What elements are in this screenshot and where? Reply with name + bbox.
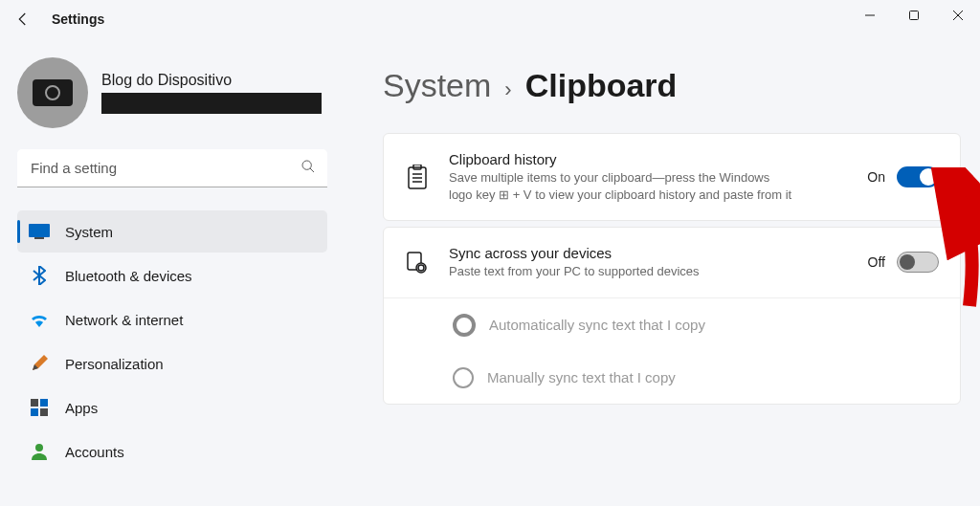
system-icon xyxy=(29,221,50,242)
window-title: Settings xyxy=(52,11,104,27)
radio-icon xyxy=(453,367,474,388)
card-description: Paste text from your PC to supported dev… xyxy=(449,263,793,280)
radio-icon xyxy=(453,314,476,337)
search-input[interactable] xyxy=(17,149,327,187)
person-icon xyxy=(29,441,50,462)
radio-auto-sync[interactable]: Automatically sync text that I copy xyxy=(384,298,960,352)
clipboard-icon xyxy=(405,165,430,189)
breadcrumb: System › Clipboard xyxy=(383,67,961,104)
profile-block[interactable]: Blog do Dispositivo xyxy=(17,57,327,128)
profile-name: Blog do Dispositivo xyxy=(101,72,322,89)
breadcrumb-root[interactable]: System xyxy=(383,67,491,104)
profile-email-redacted xyxy=(101,93,322,114)
svg-rect-5 xyxy=(34,237,44,239)
sidebar-item-apps[interactable]: Apps xyxy=(17,386,327,429)
back-button[interactable] xyxy=(8,4,38,34)
sidebar-item-personalization[interactable]: Personalization xyxy=(17,342,327,385)
card-title: Sync across your devices xyxy=(449,245,849,261)
sidebar-item-label: Apps xyxy=(65,400,98,416)
toggle-label: On xyxy=(867,169,885,185)
sidebar-item-accounts[interactable]: Accounts xyxy=(17,430,327,473)
sidebar-item-bluetooth[interactable]: Bluetooth & devices xyxy=(17,254,327,297)
svg-rect-7 xyxy=(40,399,48,407)
search-icon xyxy=(301,159,316,178)
minimize-button[interactable] xyxy=(848,0,892,31)
maximize-button[interactable] xyxy=(892,0,936,31)
bluetooth-icon xyxy=(29,265,50,286)
svg-point-3 xyxy=(302,161,311,169)
radio-label: Automatically sync text that I copy xyxy=(489,317,705,333)
radio-manual-sync[interactable]: Manually sync text that I copy xyxy=(384,352,960,404)
svg-rect-9 xyxy=(40,408,48,416)
sync-icon xyxy=(405,251,430,274)
card-sync-devices: Sync across your devices Paste text from… xyxy=(383,227,961,405)
sidebar-item-label: Bluetooth & devices xyxy=(65,268,192,284)
toggle-label: Off xyxy=(868,254,885,270)
clipboard-history-toggle[interactable] xyxy=(897,166,939,187)
sync-devices-toggle[interactable] xyxy=(897,252,939,273)
card-description: Save multiple items to your clipboard—pr… xyxy=(449,169,793,203)
svg-point-10 xyxy=(35,444,43,451)
sidebar-item-label: Network & internet xyxy=(65,312,183,328)
avatar xyxy=(17,57,88,128)
breadcrumb-leaf: Clipboard xyxy=(525,67,678,104)
card-title: Clipboard history xyxy=(449,151,848,167)
apps-icon xyxy=(29,397,50,418)
svg-rect-4 xyxy=(29,224,50,237)
svg-rect-8 xyxy=(31,408,38,416)
chevron-right-icon: › xyxy=(504,77,511,102)
sidebar-item-label: Personalization xyxy=(65,356,164,372)
sidebar-item-network[interactable]: Network & internet xyxy=(17,298,327,341)
sidebar-item-system[interactable]: System xyxy=(17,210,327,253)
brush-icon xyxy=(29,353,50,374)
radio-label: Manually sync text that I copy xyxy=(487,369,676,385)
svg-rect-1 xyxy=(33,79,73,106)
svg-rect-6 xyxy=(31,399,38,407)
card-clipboard-history: Clipboard history Save multiple items to… xyxy=(383,133,961,221)
svg-rect-0 xyxy=(910,11,919,20)
sidebar-item-label: System xyxy=(65,224,113,240)
close-button[interactable] xyxy=(936,0,980,31)
sidebar-item-label: Accounts xyxy=(65,444,124,460)
wifi-icon xyxy=(29,309,50,330)
